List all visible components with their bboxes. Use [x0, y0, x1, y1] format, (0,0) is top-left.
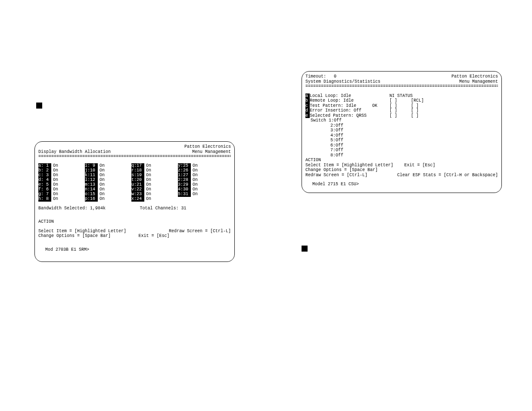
channel-item[interactable]: 5:31On	[178, 192, 224, 197]
channel-state: On	[51, 177, 58, 183]
channel-item[interactable]: w:23On	[131, 192, 178, 197]
diagnostic-item[interactable]: d Error Insertion: Off[ ][ ]	[305, 108, 498, 113]
command-prompt[interactable]: Mod 2703B E1 SRM>	[38, 247, 231, 252]
channel-state: On	[191, 168, 198, 173]
channel-state: On	[144, 173, 151, 178]
channel-state: On	[98, 196, 105, 202]
item-letter: e	[305, 113, 310, 118]
item-bracket-1: [ ]	[389, 103, 411, 109]
channel-state: On	[98, 192, 105, 197]
switch-line: 8:Off	[305, 153, 498, 158]
hint-change: Change Options = [Space Bar]	[38, 234, 111, 239]
channel-item[interactable]	[178, 197, 224, 202]
channel-item[interactable]: d: 4On	[38, 178, 85, 183]
channel-key: i: 9	[85, 163, 98, 168]
channel-key: t:20	[131, 177, 144, 183]
channel-key: y:25	[178, 163, 191, 168]
channel-key: z:26	[178, 168, 191, 173]
hint-clear: Clear ESF Stats = [Ctrl-H or Backspace]	[397, 173, 498, 178]
channel-key: r:18	[131, 168, 144, 173]
diagnostic-item[interactable]: c Test Pattern: IdleOK[ ][ ]	[305, 103, 498, 109]
channel-state: On	[51, 173, 58, 178]
hint-redraw: Redraw Screen = [Ctrl-L]	[305, 173, 367, 178]
channel-item[interactable]: m:13On	[85, 183, 131, 187]
channel-key: 2:28	[178, 177, 191, 183]
panel-title: System Diagnostics/Statistics	[305, 79, 380, 84]
item-label: Remote Loop: Idle	[310, 98, 372, 103]
channel-item[interactable]: 1:27On	[178, 173, 224, 178]
command-prompt[interactable]: Model 2715 E1 CSU>	[305, 182, 498, 187]
channel-item[interactable]: k:11On	[85, 173, 131, 178]
channel-state: On	[98, 168, 105, 173]
channel-item[interactable]: y:25On	[178, 164, 224, 168]
channel-item[interactable]: b: 2On	[38, 168, 85, 173]
channel-key: p:16	[85, 196, 98, 202]
switch-line: 4:Off	[305, 133, 498, 138]
item-ok	[372, 113, 389, 118]
channel-state: On	[191, 177, 198, 183]
panel-title: Display Bandwidth Allocation	[38, 149, 111, 155]
channel-item[interactable]: j:10On	[85, 168, 131, 173]
channel-item[interactable]: v:22On	[131, 187, 178, 192]
channel-key: u:21	[131, 182, 144, 187]
item-letter: b	[305, 98, 310, 103]
channel-item[interactable]: a: 1On	[38, 164, 85, 168]
channel-state: On	[144, 192, 151, 197]
hint-exit: Exit = [Esc]	[404, 163, 436, 168]
channel-state: On	[191, 173, 198, 178]
menu-label: Menu Management	[459, 79, 498, 84]
diagnostic-item[interactable]: e Selected Pattern: QRSS[ ][ ]	[305, 113, 498, 118]
item-letter: a	[305, 93, 310, 99]
channel-key: c: 3	[38, 173, 51, 178]
channel-item[interactable]: u:21On	[131, 183, 178, 187]
diagnostic-item[interactable]: a Local Loop: IdleNI STATUS	[305, 93, 498, 99]
diagnostic-item[interactable]: b Remote Loop: Idle[ ][RCL]	[305, 98, 498, 103]
channel-key: 5:31	[178, 192, 191, 197]
action-heading: ACTION	[38, 219, 231, 224]
channel-item[interactable]: q:17On	[131, 164, 178, 168]
channel-state: On	[144, 187, 151, 192]
item-bracket-2: [ ]	[411, 103, 432, 109]
channel-item[interactable]: g: 7On	[38, 192, 85, 197]
channel-item[interactable]: 4:30On	[178, 187, 224, 192]
channel-key: h: 8	[38, 196, 51, 202]
channel-item[interactable]: n:14On	[85, 187, 131, 192]
channel-key: w:23	[131, 192, 144, 197]
menu-label: Menu Management	[192, 149, 231, 155]
channel-state: On	[191, 163, 198, 168]
channel-item[interactable]: s:19On	[131, 173, 178, 178]
channel-item[interactable]: t:20On	[131, 178, 178, 183]
channel-item[interactable]: i: 9On	[85, 164, 131, 168]
channel-item[interactable]: c: 3On	[38, 173, 85, 178]
item-bracket-1: [ ]	[389, 108, 411, 113]
switch-line: 5:Off	[305, 138, 498, 143]
bandwidth-allocation-panel: Patton Electronics Display Bandwidth All…	[34, 141, 235, 262]
channel-state: On	[51, 196, 58, 202]
channel-item[interactable]: 3:29On	[178, 183, 224, 187]
switch-line: 7:Off	[305, 148, 498, 153]
divider: ========================================…	[305, 84, 498, 89]
channel-state: On	[191, 187, 198, 192]
timeout: Timeout: 0	[305, 74, 336, 79]
item-letter: c	[305, 103, 310, 109]
channel-item[interactable]: h: 8On	[38, 197, 85, 202]
channel-item[interactable]: e: 5On	[38, 183, 85, 187]
section-marker-right	[302, 246, 308, 252]
channel-item[interactable]: r:18On	[131, 168, 178, 173]
channel-item[interactable]: 2:28On	[178, 178, 224, 183]
divider: ========================================…	[38, 154, 231, 159]
channel-state: On	[51, 163, 58, 168]
channel-item[interactable]: z:26On	[178, 168, 224, 173]
item-label: Selected Pattern: QRSS	[310, 113, 372, 118]
hint-exit: Exit = [Esc]	[139, 234, 170, 239]
diagnostics-panel: Timeout: 0 Patton Electronics System Dia…	[302, 71, 502, 193]
channel-key: o:15	[85, 192, 98, 197]
item-letter: d	[305, 108, 310, 113]
channel-item[interactable]: x:24On	[131, 197, 178, 202]
channel-item[interactable]: o:15On	[85, 192, 131, 197]
channel-item[interactable]: f: 6On	[38, 187, 85, 192]
channel-item[interactable]: l:12On	[85, 178, 131, 183]
channel-state: On	[51, 192, 58, 197]
item-bracket-2: [RCL]	[411, 98, 432, 103]
channel-item[interactable]: p:16On	[85, 197, 131, 202]
